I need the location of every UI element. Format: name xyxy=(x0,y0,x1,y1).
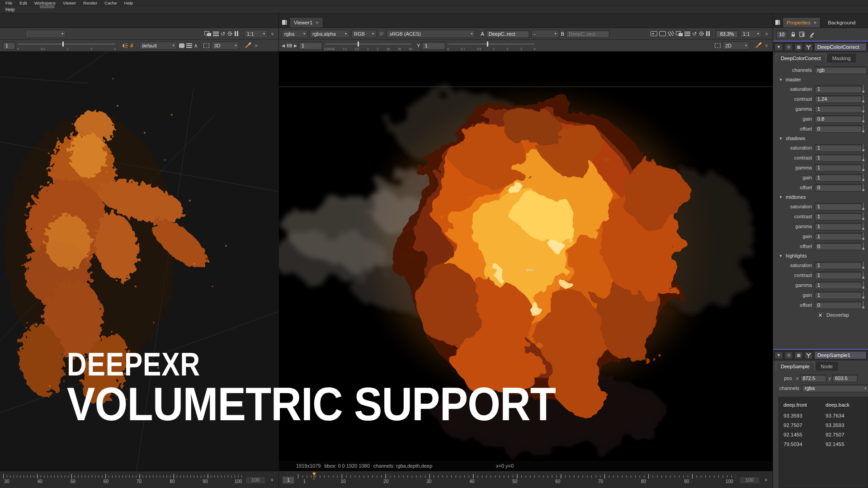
viewer-gain-field[interactable]: 1 xyxy=(299,42,322,50)
viewer-gamma-slider[interactable]: 00.10.51234 xyxy=(447,41,535,50)
channels-dropdown[interactable]: rgba xyxy=(802,385,868,392)
param-slider-stub[interactable] xyxy=(863,85,868,93)
center-node-icon[interactable]: ⊙ xyxy=(784,43,793,51)
frame-range-end-field[interactable]: 100 xyxy=(739,476,760,484)
layout-screens-icon[interactable] xyxy=(676,31,683,36)
channels-input[interactable]: rgb xyxy=(815,66,867,74)
eyedropper-icon[interactable] xyxy=(245,42,251,48)
menu-help-2[interactable]: Help xyxy=(2,7,19,12)
input-a-dropdown[interactable]: DeepC..rect xyxy=(486,30,529,38)
ab-blend-dropdown[interactable]: -▾ xyxy=(531,30,559,38)
collapse-icon[interactable]: ▼ xyxy=(774,352,783,359)
view-mode-2d-dropdown[interactable]: 2D▾ xyxy=(722,42,750,50)
param-slider-stub[interactable] xyxy=(863,203,868,210)
param-slider-stub[interactable] xyxy=(863,223,868,230)
zoom-level-readout[interactable]: 83.3% xyxy=(716,30,738,38)
param-slider-stub[interactable] xyxy=(863,213,868,220)
param-slider-stub[interactable] xyxy=(863,272,868,279)
group-header-shadows[interactable]: ▼shadows xyxy=(773,134,868,143)
tab-deepcolorcorrect[interactable]: DeepColorCorrect xyxy=(776,54,826,62)
node-display-icon[interactable]: ▦ xyxy=(794,43,803,51)
left-timeline-end-field[interactable]: 100 xyxy=(245,476,266,484)
viewer-gain-slider[interactable]: 0.000150.10.212162664 xyxy=(324,41,412,50)
menu-file[interactable]: File xyxy=(2,0,16,5)
viewport-3d[interactable] xyxy=(0,52,278,471)
param-slider-stub[interactable] xyxy=(863,243,868,250)
downrez-prev-icon[interactable]: ◀ xyxy=(282,43,285,48)
frame-range-start-field[interactable]: 1 xyxy=(282,476,295,484)
wrench-icon[interactable] xyxy=(804,43,813,51)
wireframe-list-icon[interactable] xyxy=(186,43,192,48)
menu-render[interactable]: Render xyxy=(80,0,101,5)
deoverlap-checkbox[interactable] xyxy=(817,312,823,318)
close-icon[interactable]: × xyxy=(813,20,816,25)
roi-box-icon[interactable] xyxy=(715,43,721,48)
param-input[interactable]: 1 xyxy=(815,154,862,162)
param-input[interactable]: 1 xyxy=(815,291,862,299)
param-slider-stub[interactable] xyxy=(863,125,868,132)
timeline-more-chevron-icon[interactable]: » xyxy=(763,477,769,483)
input-b-dropdown[interactable]: DeepC..rect xyxy=(566,30,609,38)
group-header-highlights[interactable]: ▼highlights xyxy=(773,251,868,260)
layer-dropdown[interactable]: rgba▾ xyxy=(282,30,308,38)
param-slider-stub[interactable] xyxy=(863,282,868,289)
param-slider-stub[interactable] xyxy=(863,174,868,181)
colorspace-dropdown[interactable]: sRGB (ACES)▾ xyxy=(387,30,475,38)
param-input[interactable]: 1 xyxy=(815,233,862,240)
param-input[interactable]: 1 xyxy=(815,282,862,289)
solid-shading-icon[interactable] xyxy=(179,43,184,48)
param-input[interactable]: 0 xyxy=(815,301,862,309)
pause-icon[interactable] xyxy=(235,31,238,36)
pause-icon[interactable] xyxy=(706,31,710,36)
viewer-gamma-field[interactable]: 1 xyxy=(422,42,445,50)
particle-grid-icon[interactable]: # xyxy=(130,42,133,49)
collapse-icon[interactable]: ▼ xyxy=(774,43,783,51)
param-input[interactable]: 1 xyxy=(815,85,862,93)
wipe-b-icon[interactable] xyxy=(659,31,666,36)
tab-viewer1[interactable]: Viewer1 × xyxy=(289,17,323,28)
timeline-more-chevron-icon[interactable]: » xyxy=(269,477,275,483)
pencil-icon[interactable] xyxy=(809,32,815,38)
slider-handle[interactable] xyxy=(487,42,488,47)
proxy-ratio-dropdown[interactable]: 1:1▾ xyxy=(740,30,762,38)
list-view-icon[interactable] xyxy=(213,32,219,36)
more-tools-chevron-icon[interactable]: » xyxy=(269,31,276,37)
param-input[interactable]: 1 xyxy=(815,262,862,269)
viewer-canvas[interactable]: pos xyxy=(279,52,773,461)
param-input[interactable]: 0 xyxy=(815,184,862,192)
param-input[interactable]: 1 xyxy=(815,144,862,152)
param-input[interactable]: 0 xyxy=(815,243,862,250)
viewer-timeline-ruler[interactable]: 11020304050607080901003 xyxy=(298,471,736,488)
center-node-icon[interactable]: ⊙ xyxy=(784,352,793,359)
param-slider-stub[interactable] xyxy=(863,154,868,161)
tab-background[interactable]: Background xyxy=(826,17,857,28)
menu-help[interactable]: Help xyxy=(121,0,137,5)
more-tools-chevron-icon[interactable]: » xyxy=(764,31,770,37)
param-slider-stub[interactable] xyxy=(863,164,868,171)
timeline-playhead[interactable]: 3 xyxy=(311,473,315,480)
refresh-icon[interactable]: ↺ xyxy=(692,31,697,37)
pane-menu-icon[interactable] xyxy=(282,19,288,25)
menu-cache[interactable]: Cache xyxy=(101,0,120,5)
display-channel-dropdown[interactable]: RGB▾ xyxy=(351,30,377,38)
wipe-a-icon[interactable] xyxy=(651,31,657,36)
menu-workspace[interactable]: Workspace xyxy=(31,0,59,5)
list-view-icon[interactable] xyxy=(684,32,690,36)
input-process-toggle[interactable]: IP xyxy=(378,31,385,37)
left-gain-slider[interactable]: 00.1124 xyxy=(17,41,116,50)
param-input[interactable]: 1 xyxy=(815,105,862,113)
param-input[interactable]: 1 xyxy=(815,174,862,182)
param-input[interactable]: 1 xyxy=(815,213,862,221)
tab-deepsample[interactable]: DeepSample xyxy=(776,362,815,371)
clear-panels-icon[interactable] xyxy=(799,32,806,37)
downrez-value[interactable]: f/8 xyxy=(287,43,292,48)
layout-screens-icon[interactable] xyxy=(204,31,211,36)
param-slider-stub[interactable] xyxy=(863,95,868,103)
more-tools-chevron-icon[interactable]: » xyxy=(764,42,770,49)
param-input[interactable]: 1 xyxy=(815,223,862,230)
param-slider-stub[interactable] xyxy=(863,301,868,309)
gear-icon[interactable] xyxy=(227,31,233,37)
close-icon[interactable]: × xyxy=(316,20,318,25)
param-slider-stub[interactable] xyxy=(863,233,868,240)
wrench-icon[interactable] xyxy=(804,352,813,359)
